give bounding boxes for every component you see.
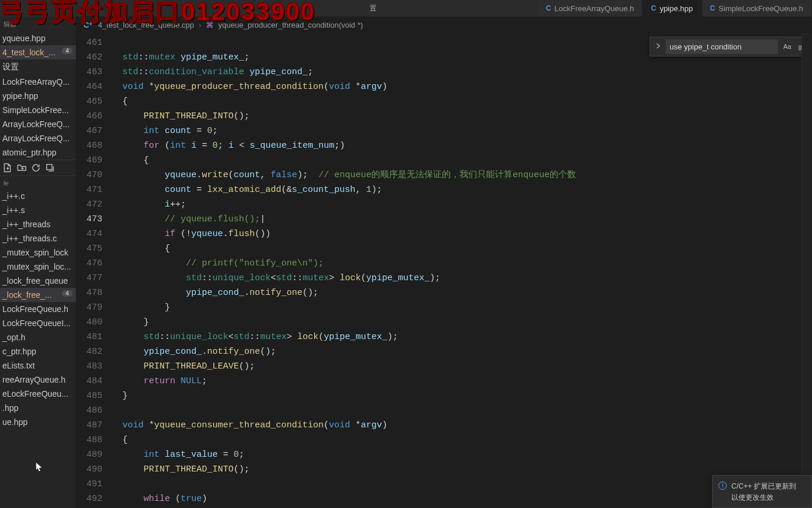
breadcrumb-symbol[interactable]: yqueue_producer_thread_condition(void *) [218,21,363,29]
line-number: 465 [76,94,102,109]
explorer-sidebar: 辑器 yqueue.hpp4_test_lock_...4设置LockFreeA… [0,16,76,508]
explorer-toolbar [0,160,76,176]
line-number: 487 [76,418,102,433]
breadcrumb[interactable]: C⁺ 4_test_lock_free_queue.cpp › ⌘ yqueue… [76,16,812,33]
explorer-item[interactable]: _i++_threads [0,217,76,231]
symbol-icon: ⌘ [206,21,214,29]
explorer-item[interactable]: _i++.s [0,203,76,217]
breadcrumb-sep: › [199,21,201,29]
editor-tabs: CLockFreeArrayQueue.hCypipe.hppCSimpleLo… [538,0,812,16]
open-editors-header[interactable]: 辑器 [0,16,76,31]
line-number: 462 [76,50,102,65]
line-number: 475 [76,241,102,256]
line-number: 480 [76,315,102,330]
explorer-item[interactable]: eLockFreeQueu... [0,387,76,401]
line-number: 489 [76,447,102,462]
line-number: 491 [76,477,102,492]
explorer-item[interactable]: _mutex_spin_lock [0,245,76,260]
explorer-item[interactable]: eLists.txt [0,358,76,373]
explorer-item[interactable]: _opt.h [0,330,76,344]
line-number: 473 [76,212,102,227]
explorer-item[interactable]: LockFreeQueueI... [0,316,76,330]
breadcrumb-file[interactable]: 4_test_lock_free_queue.cpp [98,21,194,29]
tab-label: SimpleLockFreeQueue.h [718,4,803,13]
line-number: 484 [76,374,102,389]
minimap[interactable] [801,33,812,508]
new-file-icon[interactable] [2,162,13,173]
new-folder-icon[interactable] [16,162,27,173]
line-number: 470 [76,168,102,182]
file-lang-icon: C [546,4,551,12]
tab-label: ypipe.hpp [660,4,693,13]
explorer-item[interactable]: ypipe.hpp [0,89,76,103]
editor-tab[interactable]: Cypipe.hpp [643,0,701,16]
tab-label: LockFreeArrayQueue.h [554,4,634,13]
explorer-item[interactable]: _i++_threads.c [0,231,76,245]
line-number: 464 [76,79,102,94]
file-lang-icon: C [651,4,656,12]
code-content[interactable]: std::mutex ypipe_mutex_; std::condition_… [111,33,801,508]
line-number: 472 [76,197,102,212]
editor-pane: C⁺ 4_test_lock_free_queue.cpp › ⌘ yqueue… [76,16,812,508]
editor-tab[interactable]: CLockFreeArrayQueue.h [538,0,643,16]
explorer-item[interactable]: LockFreeArrayQ... [0,75,76,89]
line-number: 482 [76,344,102,359]
line-gutter: 4614624634644654664674684694704714724734… [76,33,111,508]
explorer-item[interactable]: yqueue.hpp [0,31,76,45]
explorer-item[interactable]: _mutex_spin_loc... [0,260,76,274]
title-bar: 弓弓页付加启口012033900 置 CLockFreeArrayQueue.h… [0,0,812,16]
line-number: 461 [76,35,102,50]
explorer-item[interactable]: c_ptr.hpp [0,344,76,358]
workspace-header[interactable]: le [0,176,76,189]
menu-item-trimmed[interactable]: 置 [365,4,381,14]
line-number: 485 [76,389,102,403]
line-number: 486 [76,403,102,418]
explorer-item[interactable]: LockFreeQueue.h [0,302,76,316]
collapse-all-icon[interactable] [45,162,55,173]
problems-badge: 4 [62,48,72,54]
line-number: 479 [76,300,102,315]
line-number: 474 [76,227,102,241]
line-number: 492 [76,492,102,506]
explorer-item[interactable]: reeArrayQueue.h [0,373,76,387]
open-editors-list: yqueue.hpp4_test_lock_...4设置LockFreeArra… [0,31,76,160]
line-number: 490 [76,462,102,477]
editor-tab[interactable]: CSimpleLockFreeQueue.h [702,0,812,16]
toast-line-1: C/C++ 扩展已更新到 [731,482,796,492]
line-number: 477 [76,271,102,285]
line-number: 468 [76,138,102,153]
file-lang-icon: C⁺ [84,21,93,29]
line-number: 466 [76,109,102,124]
svg-rect-0 [46,164,52,170]
line-number: 476 [76,256,102,271]
line-number: 483 [76,359,102,374]
explorer-item[interactable]: ue.hpp [0,415,76,429]
notification-toast[interactable]: i C/C++ 扩展已更新到 以使更改生效 [712,475,812,508]
toast-line-2: 以使更改生效 [731,493,796,503]
problems-badge: 4 [62,290,72,297]
explorer-item[interactable]: _lock_free_...4 [0,288,76,302]
explorer-item[interactable]: ArrayLockFreeQ... [0,117,76,131]
explorer-item[interactable]: _i++.c [0,189,76,203]
line-number: 467 [76,124,102,138]
refresh-icon[interactable] [31,162,41,173]
line-number: 478 [76,285,102,300]
workspace-file-list: _i++.c_i++.s_i++_threads_i++_threads.c_m… [0,189,76,429]
line-number: 488 [76,433,102,447]
explorer-item[interactable]: atomic_ptr.hpp [0,145,76,160]
line-number: 481 [76,330,102,344]
line-number: 463 [76,65,102,79]
info-icon: i [718,482,727,490]
line-number: 471 [76,182,102,197]
explorer-item[interactable]: _lock_free_queue [0,274,76,288]
explorer-item[interactable]: 4_test_lock_...4 [0,45,76,59]
explorer-item[interactable]: ArrayLockFreeQ... [0,131,76,145]
file-lang-icon: C [710,4,716,12]
explorer-item[interactable]: .hpp [0,401,76,415]
code-area[interactable]: 4614624634644654664674684694704714724734… [76,33,812,508]
explorer-item[interactable]: SimpleLockFree... [0,103,76,117]
explorer-item[interactable]: 设置 [0,59,76,75]
line-number: 469 [76,153,102,168]
